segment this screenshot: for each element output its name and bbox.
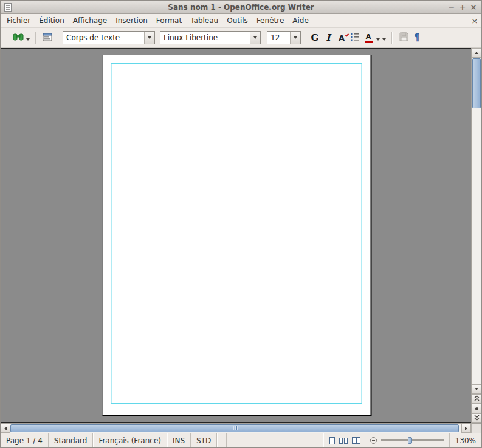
grip-icon <box>236 426 237 430</box>
bold-icon: G <box>311 32 319 43</box>
menubar: Fichier Édition Affichage Insertion Form… <box>1 14 481 28</box>
next-page-button[interactable] <box>472 413 481 423</box>
chevron-down-icon <box>26 38 30 41</box>
font-name-dropdown[interactable] <box>250 32 260 44</box>
find-replace-icon <box>13 33 24 43</box>
horizontal-scrollbar-row <box>1 423 481 433</box>
maximize-button[interactable]: + <box>457 2 468 12</box>
find-replace-button[interactable] <box>12 30 25 45</box>
paragraph-style-combo[interactable]: Corps de texte <box>63 31 155 44</box>
menu-tableau[interactable]: Tableau <box>186 14 222 27</box>
status-language[interactable]: Français (France) <box>93 433 167 447</box>
previous-page-button[interactable] <box>472 394 481 404</box>
chevron-down-icon <box>294 36 297 39</box>
menu-label: Aide <box>292 16 309 25</box>
horizontal-scroll-track[interactable] <box>10 424 461 432</box>
horizontal-scrollbar[interactable] <box>1 423 471 433</box>
save-button[interactable] <box>397 30 410 45</box>
navigation-dot-icon <box>475 407 478 410</box>
toolbar-separator <box>35 32 36 44</box>
formatting-marks-button[interactable]: ¶ <box>410 30 424 45</box>
menu-label: Fenêtre <box>256 16 284 25</box>
save-icon <box>399 32 409 44</box>
menu-affichage[interactable]: Affichage <box>69 14 111 27</box>
horizontal-scroll-thumb[interactable] <box>10 424 459 432</box>
vertical-scroll-track[interactable] <box>472 109 481 384</box>
navigation-button[interactable] <box>472 404 481 413</box>
writer-window: Sans nom 1 - OpenOffice.org Writer − + ×… <box>0 0 482 448</box>
menu-outils[interactable]: Outils <box>222 14 252 27</box>
zoom-slider-track[interactable] <box>381 439 444 441</box>
status-page-number[interactable]: Page 1 / 4 <box>1 433 49 447</box>
font-size-combo[interactable]: 12 <box>267 31 301 44</box>
document-close-button[interactable]: × <box>468 14 481 27</box>
paragraph-style-dropdown[interactable] <box>144 32 154 44</box>
zoom-percentage[interactable]: 130% <box>449 433 481 447</box>
arrow-up-icon <box>475 52 478 54</box>
menu-label: Tableau <box>190 16 218 25</box>
menu-format[interactable]: Format <box>152 14 186 27</box>
vertical-scrollbar[interactable] <box>471 48 481 423</box>
scroll-down-button[interactable] <box>472 384 481 394</box>
statusbar: Page 1 / 4 Standard Français (France) IN… <box>1 433 481 447</box>
arrow-left-icon <box>4 427 7 430</box>
chevron-down-icon <box>148 36 151 39</box>
toolbar-overflow-button[interactable] <box>381 30 387 45</box>
menu-label: Outils <box>227 16 248 25</box>
menu-fichier[interactable]: Fichier <box>2 14 35 27</box>
status-modified-indicator[interactable] <box>217 433 227 447</box>
minimize-button[interactable]: − <box>446 2 457 12</box>
zoom-slider-thumb[interactable] <box>408 437 412 444</box>
window-title: Sans nom 1 - OpenOffice.org Writer <box>1 3 481 12</box>
navigator-button[interactable] <box>41 30 54 45</box>
paragraph-style-value: Corps de texte <box>63 33 144 42</box>
menu-aide[interactable]: Aide <box>288 14 313 27</box>
zoom-out-icon[interactable] <box>370 437 377 444</box>
menu-insertion[interactable]: Insertion <box>111 14 152 27</box>
status-insert-mode[interactable]: INS <box>167 433 191 447</box>
arrow-down-icon <box>475 388 478 390</box>
grip-icon <box>235 426 235 430</box>
find-replace-dropdown[interactable] <box>25 30 31 45</box>
font-size-value: 12 <box>267 33 290 42</box>
text-margin-guide <box>111 63 362 404</box>
menu-fenetre[interactable]: Fenêtre <box>252 14 288 27</box>
menu-label: Édition <box>39 16 64 25</box>
autospellcheck-button[interactable]: A <box>335 30 348 45</box>
multi-page-view-icon[interactable] <box>339 438 348 444</box>
navigator-icon <box>43 33 52 43</box>
font-size-dropdown[interactable] <box>290 32 300 44</box>
scroll-right-button[interactable] <box>461 424 471 433</box>
document-canvas[interactable] <box>1 48 471 423</box>
chevron-down-icon <box>253 36 257 39</box>
italic-icon: I <box>326 32 330 43</box>
status-selection-mode[interactable]: STD <box>191 433 217 447</box>
menu-label: Fichier <box>7 16 30 25</box>
grip-icon <box>233 426 233 430</box>
font-color-dropdown[interactable] <box>375 30 381 45</box>
font-name-combo[interactable]: Linux Libertine <box>160 31 261 44</box>
vertical-scroll-thumb[interactable] <box>472 58 481 108</box>
chevron-down-icon <box>382 38 386 41</box>
double-chevron-down-icon <box>474 414 480 422</box>
italic-button[interactable]: I <box>322 30 335 45</box>
arrow-right-icon <box>465 427 467 430</box>
scroll-up-button[interactable] <box>472 48 481 58</box>
zoom-slider-control <box>367 433 448 447</box>
menu-label: Insertion <box>115 16 148 25</box>
menu-edition[interactable]: Édition <box>35 14 69 27</box>
font-color-button[interactable]: A <box>362 30 375 45</box>
document-page[interactable] <box>102 55 371 415</box>
font-color-icon: A <box>365 33 373 43</box>
close-button[interactable]: × <box>468 2 479 12</box>
book-view-icon[interactable] <box>352 437 360 444</box>
numbering-icon <box>350 32 360 43</box>
status-page-style[interactable]: Standard <box>49 433 94 447</box>
scroll-left-button[interactable] <box>1 424 10 433</box>
scrollbar-corner <box>471 423 481 433</box>
single-page-view-icon[interactable] <box>329 437 335 444</box>
toolbar-separator <box>391 32 393 44</box>
numbering-button[interactable] <box>348 30 362 45</box>
bold-button[interactable]: G <box>308 30 322 45</box>
titlebar[interactable]: Sans nom 1 - OpenOffice.org Writer − + × <box>1 1 481 14</box>
